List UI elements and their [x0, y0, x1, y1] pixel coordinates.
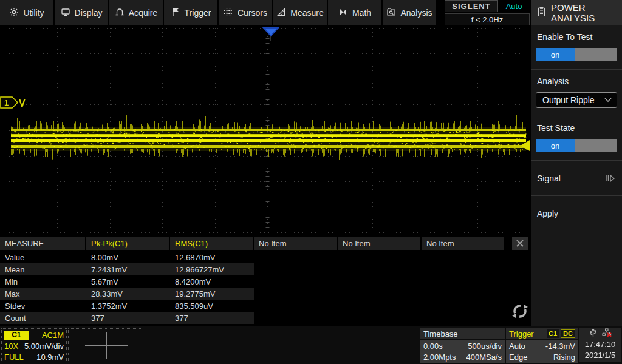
cell-value: 12.6870mV	[170, 251, 254, 263]
menu-trigger-label: Trigger	[185, 8, 211, 18]
row-label: Mean	[0, 263, 86, 275]
measure-row-min: Min 5.67mV 8.4200mV	[0, 275, 531, 288]
cell-value: 1.3752mV	[86, 300, 170, 312]
channel1-offset: 10.9mV	[24, 352, 64, 362]
system-date: 2021/1/5	[579, 350, 621, 361]
section-analysis: Analysis Output Ripple	[531, 70, 622, 116]
menu-utility-label: Utility	[23, 8, 44, 18]
empty-channel-slot[interactable]	[68, 328, 143, 362]
trigger-position-marker[interactable]	[262, 27, 279, 37]
measure-col-rms[interactable]: RMS(C1)	[170, 237, 254, 250]
measure-title: MEASURE	[0, 237, 86, 250]
test-state-toggle[interactable]: on	[536, 139, 617, 152]
measure-col-pkpk[interactable]: Pk-Pk(C1)	[86, 237, 170, 250]
math-icon	[338, 7, 348, 19]
crosshair-icon	[106, 332, 107, 359]
submenu-arrow-icon	[605, 174, 616, 183]
channel1-coupling: AC1M	[29, 331, 64, 340]
timebase-samplerate: 400MSa/s	[456, 352, 502, 362]
timebase-descriptor[interactable]: Timebase 0.00s 500us/div 2.00Mpts 400MSa…	[420, 328, 505, 363]
channel1-marker-label: 1	[4, 98, 9, 107]
clock-panel[interactable]: 17:47:10 2021/1/5	[579, 328, 621, 362]
menu-utility[interactable]: Utility	[0, 0, 53, 25]
measure-col-noitem-1[interactable]: No Item	[254, 237, 338, 250]
panel-title: POWER ANALYSIS	[551, 2, 622, 23]
measure-close-button[interactable]	[512, 237, 528, 250]
siglent-logo: SIGLENT	[445, 0, 498, 12]
apply-label: Apply	[537, 209, 616, 218]
analysis-selected-value: Output Ripple	[542, 95, 604, 105]
menu-display-label: Display	[75, 8, 103, 18]
channel1-scale: 5.00mV/div	[18, 342, 64, 351]
menu-acquire[interactable]: Acquire	[109, 0, 163, 25]
menu-acquire-label: Acquire	[129, 8, 157, 18]
channel1-level-marker[interactable]: 1 V	[0, 96, 27, 109]
measure-row-stdev: Stdev 1.3752mV 835.509uV	[0, 300, 531, 312]
cell-value: 377	[170, 312, 254, 324]
clipboard-icon	[537, 7, 546, 19]
status-block: SIGLENT Auto f < 2.0Hz	[445, 0, 530, 25]
signal-menu-button[interactable]: Signal	[531, 161, 622, 196]
row-label: Count	[0, 312, 86, 324]
enable-to-test-toggle[interactable]: on	[536, 48, 617, 61]
cell-value: 28.33mV	[86, 288, 170, 300]
analysis-type-dropdown[interactable]: Output Ripple	[536, 92, 617, 108]
trigger-type: Edge	[509, 352, 527, 362]
enable-to-test-label: Enable To Test	[536, 32, 617, 42]
timebase-memdepth: 2.00Mpts	[423, 352, 456, 362]
cell-value: 19.2775mV	[170, 288, 254, 300]
row-label: Value	[0, 251, 86, 263]
menu-math[interactable]: Math	[328, 0, 381, 25]
close-icon	[516, 239, 524, 248]
waveform-display[interactable]	[0, 25, 531, 237]
cell-value: 8.00mV	[86, 251, 170, 263]
display-icon	[61, 7, 70, 19]
flag-icon	[171, 7, 180, 19]
analysis-label: Analysis	[536, 76, 617, 86]
toggle-off-state	[575, 48, 617, 61]
channel1-attenuation: 10X	[4, 342, 18, 351]
measure-row-max: Max 28.33mV 19.2775mV	[0, 288, 531, 300]
channel1-bandwidth: FULL	[4, 352, 24, 362]
timebase-scale: 500us/div	[443, 342, 502, 351]
trigger-mode: Auto	[509, 342, 525, 351]
section-enable-to-test: Enable To Test on	[531, 25, 622, 70]
measure-header-row: MEASURE Pk-Pk(C1) RMS(C1) No Item No Ite…	[0, 237, 531, 250]
refresh-icon	[512, 303, 528, 319]
cell-value: 377	[86, 312, 170, 324]
cell-value: 835.509uV	[170, 300, 254, 312]
menu-analysis-label: Analysis	[400, 8, 432, 18]
usb-icon	[589, 328, 597, 339]
trigger-source-badge: C1	[547, 329, 559, 338]
cell-value: 8.4200mV	[170, 275, 254, 288]
trigger-title: Trigger	[509, 329, 534, 339]
cursors-icon	[224, 7, 233, 19]
measure-col-noitem-3[interactable]: No Item	[422, 237, 505, 250]
menu-measure[interactable]: Measure	[273, 0, 327, 25]
menu-display[interactable]: Display	[55, 0, 108, 25]
channel1-marker-unit: V	[19, 98, 26, 109]
trigger-level-marker[interactable]	[519, 140, 530, 152]
menu-cursors-label: Cursors	[238, 8, 267, 18]
oscilloscope-screen: Utility Display Acquire Trigger Cursors …	[0, 0, 622, 364]
bottom-status-bar: C1 AC1M 10X 5.00mV/div FULL 10.9mV Timeb…	[0, 326, 622, 364]
acquire-icon	[115, 7, 125, 19]
apply-button[interactable]: Apply	[531, 196, 622, 231]
measure-icon	[276, 7, 286, 19]
cell-value: 5.67mV	[86, 275, 170, 288]
lan-disconnected-icon	[602, 328, 612, 339]
measure-row-mean: Mean 7.2431mV 12.966727mV	[0, 263, 531, 275]
measure-row-value: Value 8.00mV 12.6870mV	[0, 251, 531, 263]
menu-cursors[interactable]: Cursors	[219, 0, 272, 25]
menu-trigger[interactable]: Trigger	[164, 0, 217, 25]
cell-value: 12.966727mV	[170, 263, 254, 275]
panel-header: POWER ANALYSIS	[531, 0, 622, 25]
timebase-delay: 0.00s	[423, 342, 443, 351]
measure-col-noitem-2[interactable]: No Item	[338, 237, 422, 250]
menu-analysis[interactable]: Analysis	[383, 0, 436, 25]
trigger-descriptor[interactable]: Trigger C1 DC Auto -14.3mV Edge Rising	[506, 328, 578, 363]
channel1-descriptor[interactable]: C1 AC1M 10X 5.00mV/div FULL 10.9mV	[1, 328, 67, 362]
toggle-off-state	[575, 139, 617, 152]
statistics-reset-button[interactable]	[512, 303, 528, 319]
trigger-level: -14.3mV	[525, 342, 575, 351]
